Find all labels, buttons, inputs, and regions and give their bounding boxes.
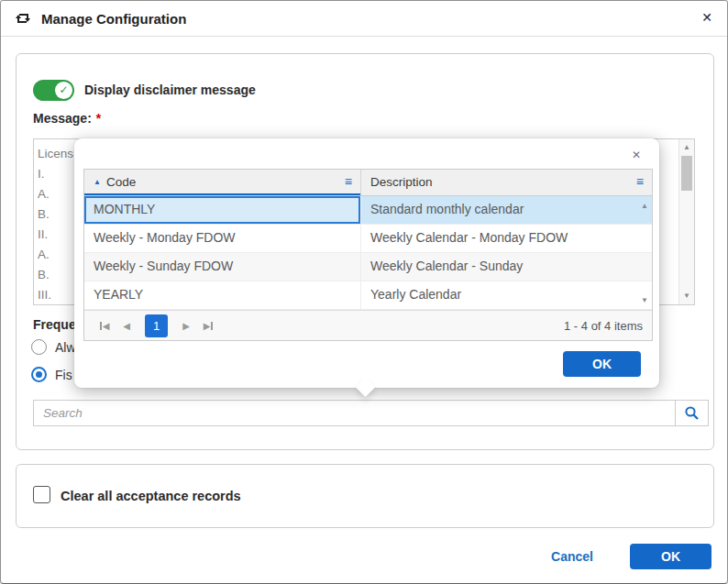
grid-scrollbar[interactable]: ▲ ▼	[637, 196, 652, 310]
scroll-down-icon[interactable]: ▼	[679, 290, 694, 303]
popup-close-icon[interactable]: ✕	[632, 149, 641, 161]
pager-info: 1 - 4 of 4 items	[564, 319, 643, 333]
dialog-header: Manage Configuration	[1, 1, 727, 37]
clear-records-label: Clear all acceptance records	[61, 489, 241, 503]
prev-page-icon[interactable]: ◀	[116, 314, 138, 336]
disclaimer-toggle-label: Display disclaimer message	[84, 83, 256, 97]
frequency-option2-label: Fis	[55, 368, 72, 382]
scroll-up-icon[interactable]: ▲	[679, 141, 694, 154]
cell-description[interactable]: Weekly Calendar - Sunday	[361, 253, 652, 281]
current-page-button[interactable]: 1	[145, 314, 168, 337]
column-header-description[interactable]: Description ≡	[361, 170, 652, 195]
cell-description[interactable]: Weekly Calendar - Monday FDOW	[361, 225, 652, 252]
search-group	[33, 400, 709, 426]
close-icon[interactable]: ✕	[701, 10, 712, 25]
sort-asc-icon: ▲	[94, 178, 101, 186]
toggle-check-icon: ✓	[55, 82, 72, 99]
last-page-icon[interactable]: ▶	[197, 314, 219, 336]
message-line-num: I.	[38, 164, 74, 184]
frequency-radio-option1[interactable]	[31, 339, 47, 355]
clear-records-panel: Clear all acceptance records	[16, 464, 714, 528]
calendar-picker-popup: ✕ ▲Code ≡ Description ≡ MONTHLY Standard…	[74, 138, 659, 388]
calendar-grid: ▲Code ≡ Description ≡ MONTHLY Standard m…	[83, 169, 653, 341]
frequency-option1-label: Alw	[55, 340, 76, 355]
message-label: Message:*	[33, 111, 101, 126]
repeat-icon	[14, 11, 32, 26]
cancel-button[interactable]: Cancel	[551, 549, 593, 564]
table-row[interactable]: Weekly - Monday FDOW Weekly Calendar - M…	[84, 225, 652, 253]
column-menu-icon[interactable]: ≡	[345, 170, 352, 194]
next-page-icon[interactable]: ▶	[175, 314, 197, 336]
table-row[interactable]: YEARLY Yearly Calendar	[84, 281, 652, 310]
cell-description[interactable]: Standard monthly calendar	[361, 196, 652, 224]
message-line: Licens	[38, 147, 73, 160]
message-line-num: II.	[38, 225, 74, 245]
dialog-title: Manage Configuration	[41, 11, 186, 27]
cell-code[interactable]: Weekly - Monday FDOW	[84, 225, 361, 252]
first-page-icon[interactable]: ◀	[94, 314, 116, 336]
search-button[interactable]	[676, 400, 709, 426]
message-scrollbar[interactable]: ▲ ▼	[678, 139, 694, 304]
message-line-num: A.	[38, 245, 74, 265]
cell-description[interactable]: Yearly Calendar	[361, 281, 652, 309]
required-marker: *	[96, 111, 101, 126]
frequency-label: Freque	[33, 317, 76, 332]
message-line-num: B.	[38, 265, 74, 285]
message-line-num: A.	[38, 184, 74, 204]
message-line-num: III.	[38, 285, 74, 305]
search-icon	[684, 405, 700, 421]
column-header-code[interactable]: ▲Code ≡	[84, 170, 361, 195]
grid-rows: MONTHLY Standard monthly calendar Weekly…	[84, 196, 652, 310]
scroll-up-icon[interactable]: ▲	[637, 202, 652, 210]
table-row[interactable]: MONTHLY Standard monthly calendar	[84, 196, 652, 225]
search-input[interactable]	[33, 400, 676, 426]
frequency-radio-option2[interactable]	[31, 367, 47, 382]
cell-code[interactable]: MONTHLY	[84, 196, 361, 224]
grid-pager: ◀ ◀ 1 ▶ ▶ 1 - 4 of 4 items	[84, 310, 652, 340]
manage-configuration-dialog: Manage Configuration ✕ ✓ Display disclai…	[0, 0, 728, 584]
cell-code[interactable]: Weekly - Sunday FDOW	[84, 253, 361, 281]
clear-records-checkbox[interactable]	[33, 486, 50, 503]
ok-button[interactable]: OK	[630, 544, 711, 569]
table-row[interactable]: Weekly - Sunday FDOW Weekly Calendar - S…	[84, 253, 652, 281]
cell-code[interactable]: YEARLY	[84, 281, 361, 309]
popup-ok-button[interactable]: OK	[563, 351, 641, 377]
column-menu-icon[interactable]: ≡	[636, 170, 644, 194]
grid-header: ▲Code ≡ Description ≡	[84, 170, 652, 196]
disclaimer-toggle[interactable]: ✓	[33, 80, 74, 101]
message-line-num: B.	[38, 204, 74, 225]
scroll-down-icon[interactable]: ▼	[637, 296, 652, 304]
scrollbar-thumb[interactable]	[681, 156, 692, 191]
